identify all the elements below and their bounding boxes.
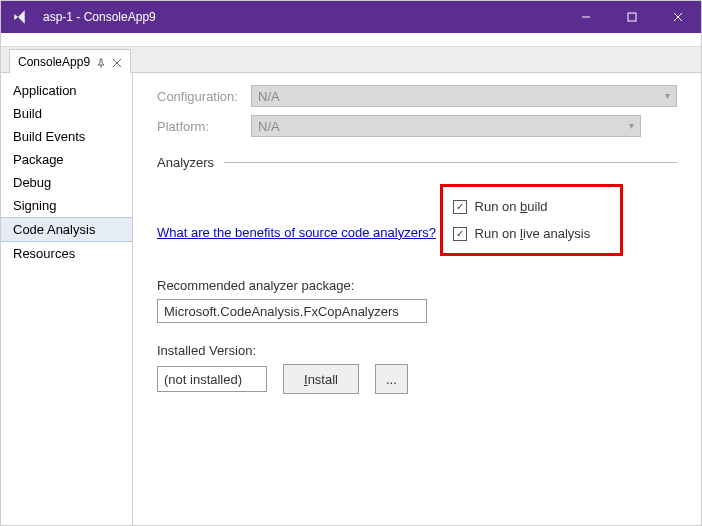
installed-version-label: Installed Version: bbox=[157, 343, 677, 358]
installed-version-value: (not installed) bbox=[164, 372, 242, 387]
configuration-value: N/A bbox=[258, 89, 280, 104]
run-on-live-analysis-label: Run on live analysis bbox=[475, 226, 591, 241]
minimize-button[interactable] bbox=[563, 1, 609, 33]
run-on-build-checkbox[interactable]: ✓ bbox=[453, 200, 467, 214]
section-heading: Analyzers bbox=[157, 155, 214, 170]
sidebar-item-resources[interactable]: Resources bbox=[1, 242, 132, 265]
document-tab-strip: ConsoleApp9 bbox=[1, 47, 701, 73]
check-mark-icon: ✓ bbox=[456, 202, 464, 212]
installed-version-box: (not installed) bbox=[157, 366, 267, 392]
analyzers-help-link[interactable]: What are the benefits of source code ana… bbox=[157, 225, 436, 240]
tab-label: ConsoleApp9 bbox=[18, 55, 90, 69]
sidebar-item-code-analysis[interactable]: Code Analysis bbox=[1, 217, 132, 242]
content-pane: Configuration: N/A ▾ Platform: N/A ▾ Ana… bbox=[133, 73, 701, 526]
sidebar-item-build[interactable]: Build bbox=[1, 102, 132, 125]
pin-icon[interactable] bbox=[96, 57, 106, 67]
configuration-label: Configuration: bbox=[157, 89, 251, 104]
chevron-down-icon: ▾ bbox=[629, 120, 634, 131]
platform-combo[interactable]: N/A ▾ bbox=[251, 115, 641, 137]
close-button[interactable] bbox=[655, 1, 701, 33]
recommended-package-label: Recommended analyzer package: bbox=[157, 278, 677, 293]
section-rule bbox=[224, 162, 677, 163]
vs-logo-icon bbox=[1, 8, 41, 26]
svg-rect-1 bbox=[628, 13, 636, 21]
sidebar-item-package[interactable]: Package bbox=[1, 148, 132, 171]
platform-value: N/A bbox=[258, 119, 280, 134]
close-tab-icon[interactable] bbox=[112, 57, 122, 67]
recommended-package-textbox[interactable]: Microsoft.CodeAnalysis.FxCopAnalyzers bbox=[157, 299, 427, 323]
check-mark-icon: ✓ bbox=[456, 229, 464, 239]
maximize-button[interactable] bbox=[609, 1, 655, 33]
chevron-down-icon: ▾ bbox=[665, 90, 670, 101]
project-settings-sidebar: Application Build Build Events Package D… bbox=[1, 73, 133, 526]
install-button[interactable]: Install bbox=[283, 364, 359, 394]
recommended-package-value: Microsoft.CodeAnalysis.FxCopAnalyzers bbox=[164, 304, 399, 319]
sidebar-item-build-events[interactable]: Build Events bbox=[1, 125, 132, 148]
tab-consoleapp9[interactable]: ConsoleApp9 bbox=[9, 49, 131, 73]
highlighted-checkbox-group: ✓ Run on build ✓ Run on live analysis bbox=[440, 184, 624, 256]
run-on-live-analysis-checkbox[interactable]: ✓ bbox=[453, 227, 467, 241]
sidebar-item-application[interactable]: Application bbox=[1, 79, 132, 102]
sidebar-item-debug[interactable]: Debug bbox=[1, 171, 132, 194]
menu-bar bbox=[1, 33, 701, 47]
title-bar: asp-1 - ConsoleApp9 bbox=[1, 1, 701, 33]
window-title: asp-1 - ConsoleApp9 bbox=[41, 10, 563, 24]
run-on-build-label: Run on build bbox=[475, 199, 548, 214]
configuration-combo[interactable]: N/A ▾ bbox=[251, 85, 677, 107]
platform-label: Platform: bbox=[157, 119, 251, 134]
browse-button[interactable]: ... bbox=[375, 364, 408, 394]
sidebar-item-signing[interactable]: Signing bbox=[1, 194, 132, 217]
